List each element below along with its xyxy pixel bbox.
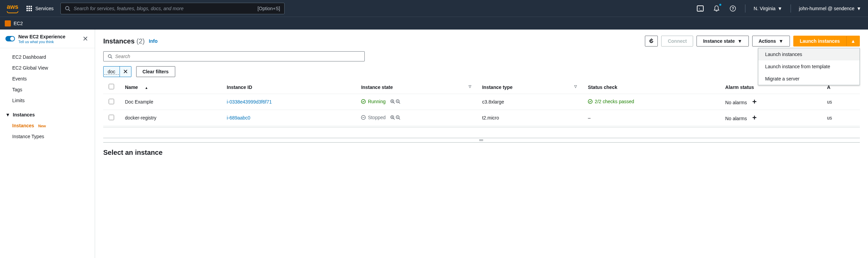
help-icon: ?	[729, 5, 736, 12]
caret-down-icon: ▼	[778, 6, 782, 11]
details-panel: Select an instance	[103, 143, 860, 163]
state-running-badge: Running	[361, 99, 385, 104]
cloudshell-icon: ›_	[697, 5, 704, 12]
row-checkbox[interactable]	[109, 99, 114, 104]
nav-ec2-dashboard[interactable]: EC2 Dashboard	[0, 52, 95, 62]
refresh-icon	[649, 38, 654, 44]
dropdown-launch-instances[interactable]: Launch instances	[758, 48, 860, 60]
services-button[interactable]: Services	[26, 6, 54, 11]
clear-filters-button[interactable]: Clear filters	[136, 66, 175, 77]
nav-limits[interactable]: Limits	[0, 95, 95, 106]
add-alarm-button[interactable]: +	[752, 97, 757, 106]
svg-line-1	[69, 10, 70, 11]
zoom-in-icon	[390, 115, 395, 120]
nav-tags[interactable]: Tags	[0, 84, 95, 95]
cell-name: Doc Example	[120, 94, 221, 110]
instance-search[interactable]	[103, 51, 365, 61]
th-select-all	[103, 80, 120, 94]
launch-instances-button[interactable]: Launch instances	[793, 36, 846, 47]
region-label: N. Virginia	[754, 6, 775, 11]
button-label: Actions	[759, 38, 776, 44]
notification-dot-icon	[719, 4, 721, 6]
global-search[interactable]: Search for services, features, blogs, do…	[60, 3, 285, 14]
cell-instance-id[interactable]: i-0338e43999d3f6f71	[221, 94, 356, 110]
header-actions: Connect Instance state ▼ Actions ▼ Launc…	[645, 36, 860, 47]
cell-status: –	[582, 110, 720, 126]
launch-dropdown-menu: Launch instances Launch instance from te…	[758, 48, 860, 85]
left-sidebar: New EC2 Experience Tell us what you thin…	[0, 30, 95, 258]
actions-button[interactable]: Actions ▼	[752, 36, 790, 47]
sort-asc-icon: ▲	[145, 86, 148, 90]
caret-down-icon: ▼	[856, 6, 861, 11]
region-selector[interactable]: N. Virginia ▼	[754, 6, 782, 11]
svg-line-20	[394, 118, 395, 120]
instance-state-button[interactable]: Instance state ▼	[697, 36, 748, 47]
svg-line-5	[111, 57, 112, 59]
nav-group-instances-items: Instances New Instance Types	[0, 120, 95, 142]
cell-az: us	[821, 94, 860, 110]
cell-instance-id[interactable]: i-689aabc0	[221, 110, 356, 126]
chip-remove-button[interactable]: ✕	[120, 67, 131, 77]
notifications-button[interactable]	[712, 4, 721, 13]
instance-table: Name▲ Instance ID Instance state▽ Instan…	[103, 80, 860, 126]
svg-line-23	[399, 118, 400, 120]
cell-az: us	[821, 110, 860, 126]
nav-events[interactable]: Events	[0, 73, 95, 84]
grid-icon	[26, 6, 32, 11]
cell-name: docker-registry	[120, 110, 221, 126]
connect-button[interactable]: Connect	[661, 36, 693, 47]
ec2-icon	[5, 20, 11, 26]
dropdown-migrate-server[interactable]: Migrate a server	[758, 73, 860, 85]
search-icon	[108, 54, 112, 59]
cloudshell-button[interactable]: ›_	[696, 4, 704, 13]
add-alarm-button[interactable]: +	[752, 113, 757, 122]
nav-group-label: Instances	[13, 112, 35, 117]
table-row[interactable]: docker-registry i-689aabc0 Stopped	[103, 110, 860, 126]
th-name[interactable]: Name▲	[120, 80, 221, 94]
instance-table-scroll[interactable]: Name▲ Instance ID Instance state▽ Instan…	[103, 80, 860, 128]
table-row[interactable]: Doc Example i-0338e43999d3f6f71 Running	[103, 94, 860, 110]
account-label: john-hummel @ sendence	[799, 6, 855, 11]
cell-state: Running	[356, 94, 476, 110]
svg-point-4	[108, 55, 111, 58]
nav-ec2-global-view[interactable]: EC2 Global View	[0, 62, 95, 73]
status-pass-badge: 2/2 checks passed	[588, 99, 634, 104]
nav-instance-types[interactable]: Instance Types	[0, 131, 95, 142]
zoom-controls[interactable]	[390, 115, 400, 120]
dropdown-launch-from-template[interactable]: Launch instance from template	[758, 60, 860, 73]
split-pane-divider[interactable]: ═	[103, 138, 860, 143]
th-instance-state[interactable]: Instance state▽	[356, 80, 476, 94]
zoom-in-icon	[390, 99, 395, 104]
zoom-out-icon	[396, 115, 400, 120]
launch-dropdown-toggle[interactable]: ▲	[846, 36, 860, 47]
row-checkbox[interactable]	[109, 115, 114, 120]
refresh-button[interactable]	[645, 36, 658, 47]
info-link[interactable]: Info	[149, 38, 158, 44]
check-circle-icon	[588, 99, 593, 104]
service-badge-ec2[interactable]: EC2	[5, 20, 23, 26]
state-stopped-badge: Stopped	[361, 115, 385, 120]
nav-item-label: Instances	[12, 123, 34, 128]
th-status-check[interactable]: Status check	[582, 80, 720, 94]
close-banner-button[interactable]: ✕	[81, 35, 89, 43]
caret-down-icon: ▼	[779, 38, 783, 44]
instance-count: (2)	[137, 37, 145, 45]
title-text: Instances	[103, 37, 134, 45]
nav-instances[interactable]: Instances New	[0, 120, 95, 131]
aws-logo[interactable]: aws	[7, 3, 18, 13]
th-instance-id[interactable]: Instance ID	[221, 80, 356, 94]
account-selector[interactable]: john-hummel @ sendence ▼	[799, 6, 862, 11]
bell-icon	[713, 5, 720, 12]
stop-circle-icon	[361, 115, 366, 120]
nav-group-instances[interactable]: ▼ Instances	[0, 109, 95, 120]
help-button[interactable]: ?	[729, 4, 737, 13]
filter-chip-doc: doc ✕	[103, 66, 131, 77]
search-input[interactable]	[115, 54, 360, 59]
zoom-controls[interactable]	[390, 99, 400, 104]
filter-caret-icon: ▽	[574, 85, 577, 88]
cell-type: t2.micro	[477, 110, 583, 126]
new-experience-toggle[interactable]	[5, 36, 15, 41]
new-experience-feedback-link[interactable]: Tell us what you think	[18, 40, 66, 44]
th-instance-type[interactable]: Instance type▽	[477, 80, 583, 94]
select-all-checkbox[interactable]	[109, 84, 114, 89]
